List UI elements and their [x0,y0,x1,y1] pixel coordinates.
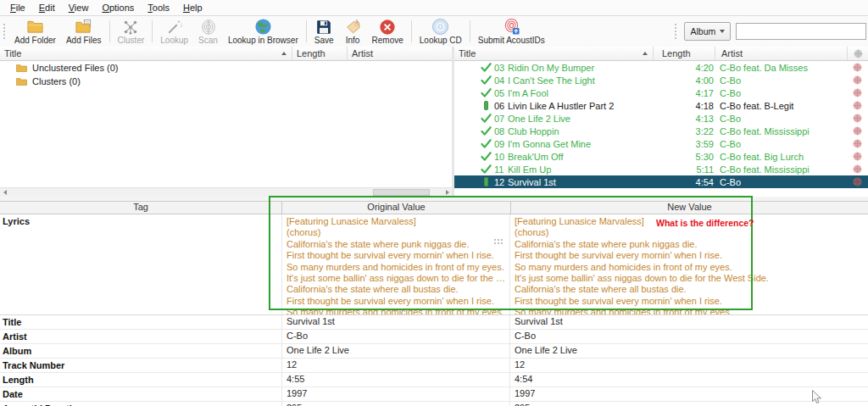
column-header-original-value[interactable]: Original Value [281,202,510,214]
matched-check-icon [480,152,492,161]
track-row[interactable]: 03Ridin On My Bumper4:20C-Bo feat. Da Mi… [454,61,868,74]
menu-edit[interactable]: Edit [32,0,62,15]
fingerprint-icon [847,114,867,123]
track-row[interactable]: 05I'm A Fool4:17C-Bo [454,86,868,99]
matched-check-icon [480,164,492,174]
track-number: 09 [494,139,508,149]
track-number: 10 [494,152,508,162]
track-row[interactable]: 10Break'Um Off5:30C-Bo feat. Big Lurch [454,150,868,163]
track-artist: C-Bo [720,114,847,124]
track-row[interactable]: 12Survival 1st4:54C-Bo [454,175,868,188]
menu-tools[interactable]: Tools [141,0,176,15]
track-length: 4:18 [676,101,714,111]
track-row[interactable]: 04I Can't See The Light4:00C-Bo [454,74,868,86]
fingerprint-column-header[interactable] [848,47,868,60]
remove-button[interactable]: Remove [367,16,409,47]
metadata-row-album[interactable]: AlbumOne Life 2 LiveOne Life 2 Live [0,344,868,359]
track-row[interactable]: 08Club Hoppin3:22C-Bo feat. Mississippi [454,125,868,137]
metadata-row-lyrics[interactable]: Lyrics [Featuring Lunasice Marvaless](ch… [0,214,868,315]
lyrics-line: First thought be survival every mornin' … [287,250,507,261]
file-browser-pane: Title Length Artist Unclustered Files (0… [0,47,452,197]
lyrics-line: So many murders and homicides in front o… [287,262,507,273]
column-header-title[interactable]: Title [0,47,292,60]
browser-globe-icon [254,18,272,36]
column-header-artist[interactable]: Artist [348,47,452,60]
horizontal-scrollbar[interactable] [0,187,452,197]
track-length: 4:17 [676,88,714,98]
add-files-button[interactable]: Add Files [61,16,107,47]
track-number: 11 [494,164,508,175]
track-title: Survival 1st [508,177,676,187]
scrollbar-thumb[interactable] [373,189,430,196]
new-value: 1997 [509,387,868,401]
metadata-row-length[interactable]: Length4:554:54 [0,373,868,387]
tree-item-unclustered-files-0-[interactable]: Unclustered Files (0) [0,61,452,75]
toolbar-button-label: Remove [372,36,403,45]
album-pane: Title Length Artist 03Ridin On My Bumper… [454,47,868,197]
scroll-left-arrow[interactable] [0,188,9,197]
tag-name: Artist [0,331,281,342]
track-length: 4:54 [676,177,714,187]
toolbar-separator [470,20,470,42]
menu-file[interactable]: File [3,0,32,15]
toolbar-button-label: Submit AcoustIDs [478,36,545,45]
fingerprint-icon [847,75,867,85]
track-row[interactable]: 11Kill Em Up5:11C-Bo feat. Mississippi [454,163,868,175]
scroll-right-arrow[interactable] [442,188,452,197]
cluster-button: Cluster [113,16,150,47]
column-header-title[interactable]: Title [454,47,654,60]
column-header-length[interactable]: Length [292,47,348,60]
column-header-artist[interactable]: Artist [715,47,848,60]
new-value: C-Bo [509,330,868,343]
save-icon [315,18,332,36]
toolbar-button-label: Scan [198,36,218,45]
track-title: Kill Em Up [508,164,676,175]
tag-name: Title [0,317,281,327]
lyrics-line: It's just some ballin' ass niggas down t… [515,273,865,284]
tag-name: Album [0,346,281,356]
metadata-rows: TitleSurvival 1stSurvival 1stArtistC-BoC… [0,315,868,406]
column-header-new-value[interactable]: New Value [510,202,868,214]
sort-ascending-icon [281,52,287,55]
metadata-row-date[interactable]: Date19971997 [0,387,868,402]
search-input[interactable] [736,23,866,40]
track-title: Livin Like A Hustler Part 2 [508,101,676,111]
metadata-row-track-number[interactable]: Track Number1212 [0,359,868,373]
track-row[interactable]: 06Livin Like A Hustler Part 24:18C-Bo fe… [454,99,868,112]
metadata-row-title[interactable]: TitleSurvival 1stSurvival 1st [0,315,868,330]
original-value: C-Bo [281,330,509,343]
toolbar-drag-handle[interactable] [674,22,678,41]
track-row[interactable]: 09I'm Gonna Get Mine3:59C-Bo [454,137,868,150]
menu-view[interactable]: View [62,0,96,15]
tree-item-clusters-0-[interactable]: Clusters (0) [0,75,452,88]
add-folder-button[interactable]: Add Folder [9,16,61,47]
annotation-text: What is the difference? [656,218,754,228]
search-type-dropdown[interactable]: Album [684,22,731,41]
cd-icon [431,18,449,36]
info-button[interactable]: Info [339,16,367,47]
track-length: 4:20 [676,63,714,73]
track-row[interactable]: 07One Life 2 Live4:13C-Bo [454,112,868,125]
fingerprint-icon [847,152,867,161]
column-header-tag[interactable]: Tag [0,202,281,214]
lyrics-line: So many murders and homicides in front o… [515,262,865,273]
metadata-row-acoustid-duration[interactable]: Acoustid Duration295295 [0,402,868,406]
toolbar-drag-handle[interactable] [3,22,7,41]
submit-acoustids-button[interactable]: Submit AcoustIDs [473,16,550,47]
column-header-length[interactable]: Length [654,47,715,60]
save-button[interactable]: Save [309,16,339,47]
menu-options[interactable]: Options [95,0,141,15]
menu-help[interactable]: Help [176,0,209,15]
lyrics-line: First thought be survival every mornin' … [287,296,507,307]
original-value: 1997 [281,387,509,401]
lookup-in-browser-button[interactable]: Lookup in Browser [223,16,303,47]
splitter-handle[interactable] [494,239,503,244]
metadata-pane: Tag Original Value New Value Lyrics [Fea… [0,197,868,406]
matched-check-icon [480,114,492,123]
lookup-cd-button[interactable]: Lookup CD [415,16,467,47]
metadata-row-artist[interactable]: ArtistC-BoC-Bo [0,330,868,344]
track-length: 3:22 [676,126,714,136]
unsaved-file-icon [480,101,492,110]
track-number: 05 [494,88,508,98]
lyrics-line: First thought be survival every mornin' … [515,250,865,261]
